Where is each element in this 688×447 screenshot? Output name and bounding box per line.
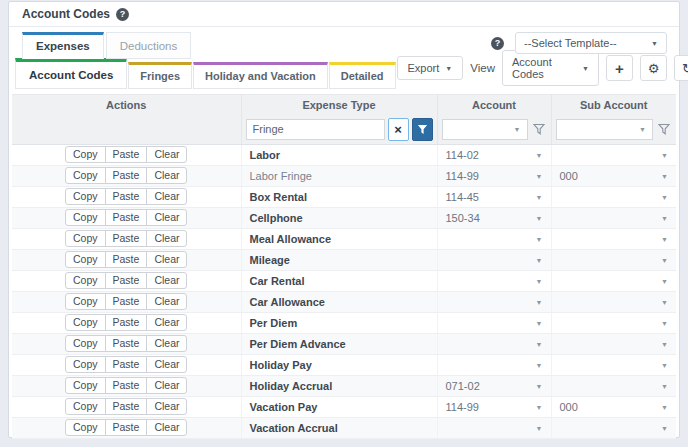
- clear-button[interactable]: Clear: [146, 356, 187, 373]
- sub-account-cell[interactable]: ▼: [551, 186, 676, 207]
- account-cell[interactable]: ▼: [437, 312, 551, 333]
- account-cell[interactable]: ▼: [437, 270, 551, 291]
- expense-type-cell: Holiday Pay: [241, 354, 437, 375]
- copy-button[interactable]: Copy: [65, 314, 106, 331]
- clear-button[interactable]: Clear: [146, 377, 187, 394]
- help-icon[interactable]: ?: [116, 8, 129, 21]
- template-select[interactable]: --Select Template-- ▼: [515, 32, 667, 54]
- sub-account-filter-select[interactable]: ▼: [556, 119, 654, 140]
- clear-button[interactable]: Clear: [146, 335, 187, 352]
- paste-button[interactable]: Paste: [105, 146, 148, 163]
- paste-button[interactable]: Paste: [105, 398, 148, 415]
- clear-button[interactable]: Clear: [146, 146, 187, 163]
- sub-account-cell[interactable]: ▼: [551, 228, 676, 249]
- sub-account-cell[interactable]: 000 ▼: [551, 165, 676, 186]
- copy-button[interactable]: Copy: [65, 251, 106, 268]
- subtab-detailed[interactable]: Detailed: [329, 62, 396, 89]
- table-row: Copy Paste Clear Holiday Pay ▼ ▼: [12, 354, 676, 375]
- sub-account-cell[interactable]: ▼: [551, 249, 676, 270]
- account-cell[interactable]: ▼: [437, 333, 551, 354]
- clear-button[interactable]: Clear: [146, 272, 187, 289]
- clear-filter-button[interactable]: ×: [388, 118, 409, 141]
- clear-button[interactable]: Clear: [146, 293, 187, 310]
- account-filter-select[interactable]: ▼: [442, 119, 528, 140]
- sub-account-cell[interactable]: ▼: [551, 291, 676, 312]
- copy-button[interactable]: Copy: [65, 146, 106, 163]
- sub-account-cell[interactable]: ▼: [551, 207, 676, 228]
- copy-button[interactable]: Copy: [65, 335, 106, 352]
- sub-account-cell[interactable]: 000 ▼: [551, 396, 676, 417]
- clear-button[interactable]: Clear: [146, 188, 187, 205]
- paste-button[interactable]: Paste: [105, 356, 148, 373]
- clear-button[interactable]: Clear: [146, 314, 187, 331]
- row-actions-group: Copy Paste Clear: [65, 188, 187, 205]
- expense-type-filter-input[interactable]: [246, 119, 385, 140]
- account-cell[interactable]: ▼: [437, 354, 551, 375]
- clear-button[interactable]: Clear: [146, 251, 187, 268]
- chevron-down-icon: ▼: [536, 256, 543, 263]
- copy-button[interactable]: Copy: [65, 419, 106, 436]
- tab-deductions[interactable]: Deductions: [106, 32, 192, 59]
- copy-button[interactable]: Copy: [65, 209, 106, 226]
- paste-button[interactable]: Paste: [105, 188, 148, 205]
- clear-button[interactable]: Clear: [146, 167, 187, 184]
- copy-button[interactable]: Copy: [65, 230, 106, 247]
- tab-expenses[interactable]: Expenses: [22, 32, 104, 59]
- account-filter-button[interactable]: [531, 123, 547, 135]
- account-cell[interactable]: ▼: [437, 228, 551, 249]
- account-cell[interactable]: 114-45 ▼: [437, 186, 551, 207]
- account-value: 071-02: [446, 380, 480, 392]
- copy-button[interactable]: Copy: [65, 377, 106, 394]
- copy-button[interactable]: Copy: [65, 356, 106, 373]
- clear-button[interactable]: Clear: [146, 230, 187, 247]
- paste-button[interactable]: Paste: [105, 251, 148, 268]
- account-cell[interactable]: ▼: [437, 291, 551, 312]
- chevron-down-icon: ▼: [536, 193, 543, 200]
- account-cell[interactable]: ▼: [437, 249, 551, 270]
- paste-button[interactable]: Paste: [105, 335, 148, 352]
- paste-button[interactable]: Paste: [105, 377, 148, 394]
- sub-account-cell[interactable]: ▼: [551, 417, 676, 438]
- sub-account-cell[interactable]: ▼: [551, 333, 676, 354]
- paste-button[interactable]: Paste: [105, 209, 148, 226]
- expense-type-filter-button[interactable]: [412, 118, 433, 141]
- clear-button[interactable]: Clear: [146, 398, 187, 415]
- account-cell[interactable]: 114-02 ▼: [437, 144, 551, 165]
- paste-button[interactable]: Paste: [105, 272, 148, 289]
- table-row: Copy Paste Clear Labor 114-02 ▼ ▼: [12, 144, 676, 165]
- sub-account-cell[interactable]: ▼: [551, 354, 676, 375]
- chevron-down-icon: ▼: [536, 340, 543, 347]
- sub-account-cell[interactable]: ▼: [551, 270, 676, 291]
- subtab-fringes[interactable]: Fringes: [128, 62, 192, 89]
- copy-button[interactable]: Copy: [65, 293, 106, 310]
- account-cell[interactable]: ▼: [437, 417, 551, 438]
- paste-button[interactable]: Paste: [105, 167, 148, 184]
- sub-account-filter-button[interactable]: [656, 123, 672, 135]
- account-cell[interactable]: 114-99 ▼: [437, 165, 551, 186]
- copy-button[interactable]: Copy: [65, 272, 106, 289]
- copy-button[interactable]: Copy: [65, 398, 106, 415]
- sub-account-cell[interactable]: ▼: [551, 375, 676, 396]
- paste-button[interactable]: Paste: [105, 419, 148, 436]
- account-cell[interactable]: 071-02 ▼: [437, 375, 551, 396]
- sub-account-cell[interactable]: ▼: [551, 312, 676, 333]
- filter-funnel-icon: [658, 123, 670, 135]
- subtab-account-codes[interactable]: Account Codes: [15, 58, 127, 89]
- clear-button[interactable]: Clear: [146, 419, 187, 436]
- paste-button[interactable]: Paste: [105, 293, 148, 310]
- clear-button[interactable]: Clear: [146, 209, 187, 226]
- paste-button[interactable]: Paste: [105, 230, 148, 247]
- sub-account-cell[interactable]: ▼: [551, 144, 676, 165]
- template-help-icon[interactable]: ?: [491, 37, 504, 50]
- subtab-holiday-and-vacation[interactable]: Holiday and Vacation: [193, 62, 328, 89]
- table-row: Copy Paste Clear Car Allowance ▼ ▼: [12, 291, 676, 312]
- account-cell[interactable]: 114-99 ▼: [437, 396, 551, 417]
- export-button[interactable]: Export ▼: [397, 56, 464, 80]
- copy-button[interactable]: Copy: [65, 188, 106, 205]
- plus-icon: +: [615, 60, 624, 77]
- paste-button[interactable]: Paste: [105, 314, 148, 331]
- refresh-icon: ↻: [682, 61, 688, 76]
- copy-button[interactable]: Copy: [65, 167, 106, 184]
- account-cell[interactable]: 150-34 ▼: [437, 207, 551, 228]
- column-header-sub-account: Sub Account: [551, 95, 676, 115]
